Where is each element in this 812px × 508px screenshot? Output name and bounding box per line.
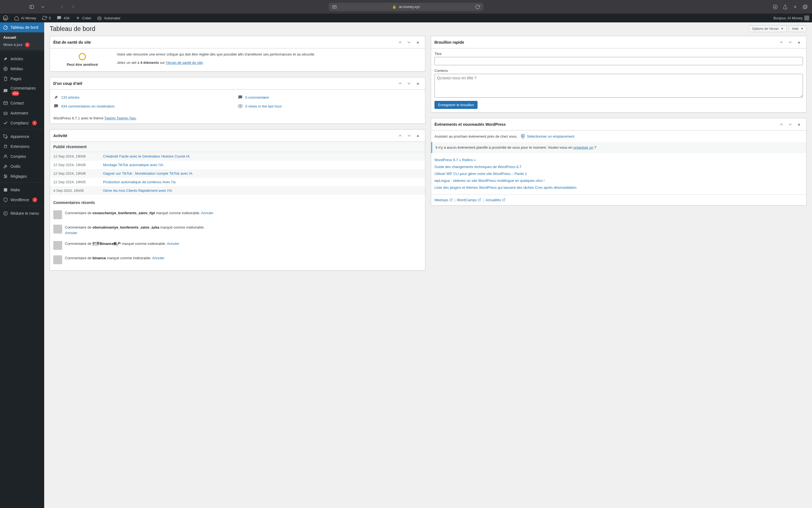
- health-screen-link[interactable]: l'écran de santé du site: [166, 60, 203, 65]
- toggle-icon[interactable]: [795, 121, 803, 128]
- automator-label: Automator: [104, 16, 121, 20]
- svg-marker-35: [417, 41, 419, 43]
- svg-line-43: [479, 199, 481, 200]
- sidebar-item-collapse[interactable]: Réduire le menu: [0, 208, 44, 218]
- news-link[interactable]: Guide des changements techniques de Word…: [434, 165, 521, 169]
- post-date: 4 Sep 2024, 18h09: [53, 188, 97, 193]
- tabs-icon[interactable]: [801, 3, 809, 11]
- comment-body: Commentaire de osnascheniye_konferents_z…: [65, 210, 213, 216]
- toggle-icon[interactable]: [795, 38, 803, 46]
- new-content-menu[interactable]: Créer: [73, 13, 94, 23]
- sidebar-item-appearance[interactable]: Apparence: [0, 132, 44, 141]
- select-location-link[interactable]: Sélectionner un emplacement: [520, 134, 574, 139]
- account-menu[interactable]: Bonjour, AI Money: [771, 13, 812, 23]
- move-down-icon[interactable]: [405, 132, 413, 139]
- theme-link[interactable]: Twenty Twenty-Two: [104, 116, 136, 120]
- url-bar[interactable]: 🔒 ai-money.xyz: [329, 3, 483, 11]
- post-link[interactable]: Gérer les Avis Clients Rapidement avec l…: [103, 188, 172, 193]
- post-link[interactable]: Créativité Facile avec le Générateur His…: [103, 154, 190, 158]
- sidebar-item-users[interactable]: Comptes: [0, 152, 44, 161]
- dashboard-icon: [3, 25, 8, 30]
- organize-link[interactable]: organiser un: [573, 145, 593, 150]
- sidebar-item-complianz[interactable]: Complianz 2: [0, 118, 44, 128]
- cancel-link[interactable]: Annuler: [201, 211, 213, 215]
- screen-options-button[interactable]: Options de l'écran: [749, 26, 786, 32]
- glance-moderation-link[interactable]: 434 commentaires en modération: [61, 104, 114, 108]
- news-link[interactable]: Liste des plugins et thèmes WordPress qu…: [434, 185, 576, 189]
- svg-point-37: [240, 105, 241, 107]
- cancel-link[interactable]: Annuler: [65, 231, 77, 235]
- svg-marker-39: [798, 41, 800, 43]
- sidebar-item-settings[interactable]: Réglages: [0, 171, 44, 181]
- move-up-icon[interactable]: [777, 38, 785, 46]
- new-tab-icon[interactable]: [791, 3, 799, 11]
- site-name-menu[interactable]: AI Money: [11, 13, 39, 23]
- updates-menu[interactable]: 5: [39, 13, 54, 23]
- sidebar-item-wordfence[interactable]: Wordfence 2: [0, 195, 44, 205]
- wp-logo-menu[interactable]: [0, 13, 11, 23]
- toggle-icon[interactable]: [414, 80, 422, 87]
- glance-comments-link[interactable]: 0 commentaire: [245, 95, 269, 99]
- draft-content-input[interactable]: [434, 74, 803, 97]
- comment-author: osnascheniye_konferents_zalov_ltpl: [93, 211, 155, 215]
- glance-views-link[interactable]: 0 views in the last hour: [245, 104, 282, 108]
- post-link[interactable]: Montage TikTok automatique avec l'iA: [103, 163, 163, 167]
- move-down-icon[interactable]: [405, 38, 413, 46]
- share-icon[interactable]: [781, 3, 790, 11]
- svg-point-32: [5, 177, 5, 178]
- sidebar-item-contact[interactable]: Contact: [0, 98, 44, 108]
- reload-icon[interactable]: [473, 3, 482, 11]
- sidebar-item-automator[interactable]: Automator: [0, 108, 44, 118]
- sidebar-item-posts[interactable]: Articles: [0, 54, 44, 64]
- draft-title-input[interactable]: [434, 57, 803, 65]
- toggle-icon[interactable]: [414, 38, 422, 46]
- toggle-icon[interactable]: [414, 132, 422, 139]
- sidebar-subitem-home[interactable]: Accueil: [0, 34, 44, 41]
- post-link[interactable]: Production automatique de contenus Avec …: [103, 180, 175, 184]
- brush-icon: [3, 134, 8, 139]
- news-item: WordPress 6.7 « Rollins »: [434, 157, 803, 163]
- move-up-icon[interactable]: [396, 132, 404, 139]
- post-date: 12 Sep 2024, 19h06: [53, 171, 97, 175]
- sidebar-item-make[interactable]: Make: [0, 185, 44, 195]
- news-link[interactable]: WordPress 6.7 « Rollins »: [434, 158, 476, 162]
- post-link[interactable]: Gagner sur TikTok : Monétisation compte …: [103, 171, 192, 175]
- news-link[interactable]: Utiliser WP CLI pour gérer votre site Wo…: [434, 172, 527, 176]
- nav-back-icon[interactable]: [58, 3, 66, 11]
- no-events-notice: Il n'y a aucun évènement planifié à prox…: [431, 142, 806, 153]
- sidebar-item-dashboard[interactable]: Tableau de bord: [0, 23, 44, 32]
- cancel-link[interactable]: Annuler: [167, 242, 179, 246]
- reader-icon[interactable]: [330, 3, 339, 11]
- sidebar-item-comments[interactable]: Commentaires 434: [0, 84, 44, 98]
- sidebar-item-media[interactable]: Médias: [0, 64, 44, 74]
- move-down-icon[interactable]: [786, 38, 794, 46]
- comments-menu[interactable]: 434: [54, 13, 73, 23]
- news-link[interactable]: Actualités: [485, 198, 506, 202]
- wordcamps-link[interactable]: WordCamps: [457, 198, 481, 202]
- sidebar-item-plugins[interactable]: Extensions: [0, 141, 44, 152]
- automator-menu[interactable]: Automator: [94, 13, 123, 23]
- sidebar-item-tools[interactable]: Outils: [0, 161, 44, 171]
- glance-posts-link[interactable]: 133 articles: [61, 95, 79, 99]
- wordpress-icon: [3, 15, 8, 21]
- svg-point-24: [5, 113, 5, 114]
- post-date: 12 Sep 2024, 19h05: [53, 180, 97, 184]
- meetups-link[interactable]: Meetups: [434, 198, 453, 202]
- cancel-link[interactable]: Annuler: [152, 256, 164, 260]
- help-button[interactable]: Aide: [789, 26, 807, 32]
- plus-icon: [75, 15, 81, 21]
- chevron-down-icon[interactable]: [39, 3, 47, 11]
- news-link[interactable]: wpLingua : obtenez un site WordPress mul…: [434, 178, 545, 183]
- save-draft-button[interactable]: Enregistrer le brouillon: [434, 101, 478, 109]
- wp-admin-bar: AI Money 5 434 Créer Automator Bonjour, …: [0, 13, 812, 23]
- sidebar-toggle-icon[interactable]: [28, 3, 36, 11]
- nav-forward-icon[interactable]: [69, 3, 77, 11]
- move-down-icon[interactable]: [405, 80, 413, 87]
- move-up-icon[interactable]: [777, 121, 785, 128]
- sidebar-subitem-updates[interactable]: Mises à jour 5: [0, 41, 44, 49]
- move-down-icon[interactable]: [786, 121, 794, 128]
- move-up-icon[interactable]: [396, 80, 404, 87]
- downloads-icon[interactable]: [771, 3, 779, 11]
- sidebar-item-pages[interactable]: Pages: [0, 74, 44, 84]
- move-up-icon[interactable]: [396, 38, 404, 46]
